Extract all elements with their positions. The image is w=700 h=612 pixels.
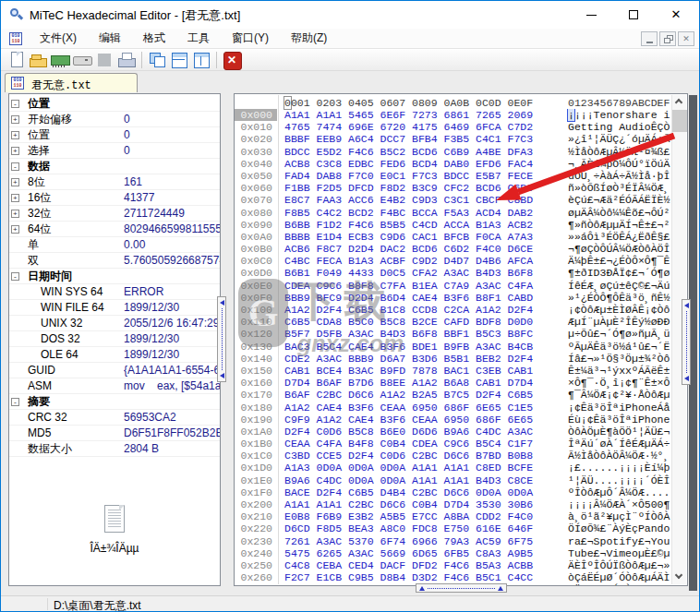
hex-row[interactable]: 0x1F0BACE D2F4 C6B5 D4B4 C2BC D6C6 0D0A … bbox=[235, 486, 671, 498]
hex-bytes[interactable]: B9A6 C4DC 0D0A 0D0A A1A1 A1A1 B4D3 C8CE bbox=[284, 474, 539, 486]
hex-row[interactable]: 0x1A0D2F4 C0D6 B5C8 B6E0 D6D6 B9A6 C4DC … bbox=[235, 426, 671, 438]
hex-bytes[interactable]: B6AF C2BC D6C6 A1A2 B2A5 B7C5 D2F4 C6B5 bbox=[284, 389, 539, 401]
hex-row[interactable]: 0x000A1A1 A1A1 5465 6E6F 7273 6861 7265 … bbox=[235, 109, 671, 121]
tile-vertical-icon[interactable] bbox=[190, 50, 212, 70]
property-row[interactable]: UNIX 322055/12/6 16:47:29 bbox=[9, 316, 220, 331]
hex-row[interactable]: 0x050FAD4 DAB8 F7C0 E0C1 F7C3 BDCC E5B7 … bbox=[235, 170, 671, 182]
hex-bytes[interactable]: A1A3 0D0A 0D0A 0D0A A1A1 A1A1 C8ED BCFE bbox=[284, 462, 539, 474]
collapse-box-icon[interactable]: - bbox=[11, 162, 19, 171]
property-row[interactable]: WIN SYS 64ERROR bbox=[9, 284, 220, 300]
hex-bytes[interactable]: A1A2 D2F4 C6B5 B1C8 CCD8 C2CA A1A2 D2F4 bbox=[284, 304, 539, 316]
hex-ascii[interactable]: »¹¿ÉÒÔ¶ÔÊä³ö¸ñÊ½ bbox=[568, 292, 670, 304]
hex-bytes[interactable]: 5475 6265 A3AC 5669 6D65 6FB5 C8A3 A9B5 bbox=[284, 547, 539, 559]
hex-ascii[interactable]: ÄÈÎºÎÔÚÏßÒôÆµ£¬» bbox=[568, 559, 670, 571]
hex-bytes[interactable]: F8B5 C4C2 BCD2 F4BC BCCA F5A3 ACD4 DAB2 bbox=[284, 207, 539, 219]
property-section-row[interactable]: -摘要 bbox=[9, 394, 220, 410]
open-memory-icon[interactable] bbox=[49, 50, 71, 70]
collapse-box-icon[interactable]: - bbox=[11, 398, 19, 406]
mdi-restore-button[interactable] bbox=[659, 31, 676, 46]
hex-ascii[interactable]: ñ»òÕßÍøÒ³ÉÏÂ¼ÖÆ¸ bbox=[568, 182, 670, 194]
hex-bytes[interactable]: B6B1 F049 4433 D0C5 CFA2 A3AC B4D3 B6F8 bbox=[284, 267, 539, 279]
document-binary-icon[interactable] bbox=[9, 32, 22, 45]
property-row[interactable]: OLE 641899/12/30 bbox=[9, 347, 220, 363]
hex-row[interactable]: 0x2307261 A3AC 5370 6F74 6966 79A3 AC59 … bbox=[235, 535, 671, 547]
scrollbar-thumb[interactable] bbox=[672, 110, 687, 132]
hex-ascii[interactable]: ¡¢Êä³öÎªiPhoneÁå bbox=[568, 402, 670, 414]
hex-ascii[interactable]: ¶±ðID3ÐÅÏ¢£¬´Ó¶ø bbox=[568, 267, 670, 279]
hex-ascii[interactable]: èÇú£¬Æä²ÉÓÃÁËÏÈ½ bbox=[568, 194, 670, 206]
right-splitter-grip[interactable] bbox=[682, 299, 691, 385]
hex-ascii[interactable]: òÇáËÉµØ´ÓÒôÆµÁÄÌ bbox=[568, 571, 670, 583]
hex-bytes[interactable]: BACE D2F4 C6B5 D4B4 C2BC D6C6 0D0A 0D0A bbox=[284, 486, 539, 498]
print-icon[interactable] bbox=[115, 50, 138, 70]
menu-item-5[interactable]: 帮助(Z) bbox=[280, 29, 338, 49]
property-row[interactable]: WIN FILE 641899/12/30 bbox=[9, 300, 220, 316]
hex-row[interactable]: 0x1B0CEAA C4FA B4F8 C0B4 CDEA C9C6 B5C4 … bbox=[235, 438, 671, 450]
hex-panel[interactable]: 0001 0203 0405 0607 0809 0A0B 0C0D 0E0F … bbox=[234, 93, 688, 586]
menu-item-0[interactable]: 文件(X) bbox=[29, 29, 88, 49]
menu-item-1[interactable]: 编辑 bbox=[88, 29, 132, 49]
property-row[interactable]: +选择0 bbox=[9, 143, 220, 159]
property-row[interactable]: +32位2711724449 bbox=[9, 206, 220, 222]
property-row[interactable]: GUID{A1A1A1A1-6554-6F6E-... bbox=[9, 363, 220, 378]
hex-row[interactable]: 0x0C0C4BC FECA B1A3 ACBF C9D2 D4D7 D4B6 … bbox=[235, 255, 671, 267]
hex-rows[interactable]: 0x000A1A1 A1A1 5465 6E6F 7273 6861 7265 … bbox=[235, 109, 671, 585]
hex-ascii[interactable]: Getting AudioÊÇÒ bbox=[568, 121, 670, 133]
hex-row[interactable]: 0x060F1BB F2D5 DFCD F8D2 B3C9 CFC2 BCD6 … bbox=[235, 182, 671, 194]
property-row[interactable]: +8位161 bbox=[9, 174, 220, 190]
hex-row[interactable]: 0x160D7D4 B6AF B7D6 B8EE A1A2 B6A8 CAB1 … bbox=[235, 377, 671, 389]
hex-bytes[interactable]: BBBF EEB9 A6C4 DCC7 BFB4 F3B5 C4C1 F7C3 bbox=[284, 133, 539, 145]
property-row[interactable]: +16位41377 bbox=[9, 190, 220, 206]
document-tab[interactable]: 君无意.txt bbox=[5, 73, 138, 92]
maximize-button[interactable] bbox=[612, 1, 655, 29]
property-row[interactable]: 单0.00 bbox=[9, 237, 220, 253]
hex-row[interactable]: 0x100A1A2 D2F4 C6B5 B1C8 CCD8 C2CA A1A2 … bbox=[235, 304, 671, 316]
property-row[interactable]: +开始偏移0 bbox=[9, 112, 220, 127]
hex-row[interactable]: 0x2405475 6265 A3AC 5669 6D65 6FB5 C8A3 … bbox=[235, 547, 671, 559]
hex-bytes[interactable]: B6BB F1D2 F4C6 B5B5 C4CD ACCA B1A3 ACB2 bbox=[284, 219, 539, 231]
hex-ascii[interactable]: ÎªÄú´øÀ´ÍêÉÆµÄÁ÷ bbox=[568, 438, 670, 450]
hex-bytes[interactable]: D2F4 C0D6 B5C8 B6E0 D6D6 B9A6 C4DC A3AC bbox=[284, 426, 539, 438]
hex-row[interactable]: 0x1E0B9A6 C4DC 0D0A 0D0A A1A1 A1A1 B4D3 … bbox=[235, 474, 671, 486]
hex-bytes[interactable]: F2C7 E1CB C9B5 D8B4 D3D2 F4C6 B5C1 C4CC bbox=[284, 571, 539, 583]
property-row[interactable]: +位置0 bbox=[9, 127, 220, 143]
hex-ascii[interactable]: ¡¢ÒôÆµ±ÈÌØÂÊ¡¢Òô bbox=[568, 304, 670, 316]
hex-row[interactable]: 0x1D0A1A3 0D0A 0D0A 0D0A A1A1 A1A1 C8ED … bbox=[235, 462, 671, 474]
hex-bytes[interactable]: BBB9 BFC9 D2D4 B6D4 CAE4 B3F6 B8F1 CABD bbox=[284, 292, 539, 304]
hex-bytes[interactable]: 4765 7474 696E 6720 4175 6469 6FCA C7D2 bbox=[284, 121, 539, 133]
hex-ascii[interactable]: ÖÍøÕ¾£¨ÀýÈçPando bbox=[568, 522, 670, 534]
hex-row[interactable]: 0x120B5F7 D5FB A3AC B4D3 B6F8 BBF1 B5C3 … bbox=[235, 328, 671, 340]
hex-row[interactable]: 0x110C6B5 CDA8 B5C0 B5C8 B2CE CAFD BDF8 … bbox=[235, 316, 671, 328]
hex-row[interactable]: 0x210E0B8 F6B9 E3B2 A5B5 E7CC A8BA CDD2 … bbox=[235, 510, 671, 522]
hex-row[interactable]: 0x220D6CD F8D5 BEA3 A8C0 FDC8 E750 616E … bbox=[235, 522, 671, 534]
hex-ascii[interactable]: ÍêÉÆ¸øÇú±êÇ©£¬Äú bbox=[568, 280, 670, 292]
collapse-box-icon[interactable]: - bbox=[11, 100, 19, 108]
hex-ascii[interactable]: ÒôÀÖµÈ¶àÖÖ¹¦ÄÜ£¬ bbox=[568, 426, 670, 438]
hex-row[interactable]: 0x180A1A2 CAE4 B3F6 CEAA 6950 686F 6E65 … bbox=[235, 402, 671, 414]
hex-ascii[interactable]: µ÷Õû£¬´Ó¶ø»ñµÃ¸ü bbox=[568, 328, 670, 340]
hex-ascii[interactable]: ×Ô¶¯·Ö¸î¡¢¶¨Ê±×Ô bbox=[568, 377, 670, 389]
hex-ascii[interactable]: »»áÔì³ÉÖÊÁ¿ËðÊ§£ bbox=[568, 231, 670, 243]
hex-ascii[interactable]: ºÎÒôÆµÔ´Â¼ÖÆ.... bbox=[568, 486, 670, 498]
hex-bytes[interactable]: C9F9 A1A2 CAE4 B3F6 CEAA 6950 686F 6E65 bbox=[284, 414, 539, 426]
hex-row[interactable]: 0x030BDCC E5D2 F4C6 B5C2 BCD6 C6B9 A4BE … bbox=[235, 146, 671, 158]
hex-row[interactable]: 0x1C0C3BD CCE5 D2F4 C0D6 C2BC D6C6 B7BD … bbox=[235, 450, 671, 462]
hex-bytes[interactable]: A1A1 A1A1 5465 6E6F 7273 6861 7265 2069 bbox=[284, 109, 539, 121]
scroll-up-icon[interactable] bbox=[672, 95, 687, 109]
hex-row[interactable]: 0x070E8C7 FAA3 ACC6 E4B2 C9D3 C3C1 CBCF … bbox=[235, 194, 671, 206]
expand-box-icon[interactable]: + bbox=[11, 115, 19, 124]
hex-row[interactable]: 0x250C4C8 CEBA CED4 DACF DFD2 F4C6 B5A3 … bbox=[235, 559, 671, 571]
hex-ascii[interactable]: Tube£¬VimeoµÈ£©µ bbox=[568, 547, 670, 559]
hex-ascii[interactable]: ¹¦ÄÜ....¡¡¡¡´ÓÈÎ bbox=[568, 474, 670, 486]
hex-ascii[interactable]: Éù¡¢Êä³öÎªiPhone bbox=[568, 414, 670, 426]
hex-ascii[interactable]: ¡¡¡¡Â¼ÖÆÀ´×Ô500¶ bbox=[568, 498, 670, 510]
menu-item-4[interactable]: 窗口(Y) bbox=[221, 29, 280, 49]
hex-bytes[interactable]: CDE2 A3AC BBB9 D6A7 B3D6 B5B1 BEB2 D2F4 bbox=[284, 353, 539, 365]
hex-ascii[interactable]: Ã½ÌåÒôÀÖÂ¼ÖÆ·½°¸ bbox=[568, 450, 670, 462]
hex-ascii[interactable]: ra£¬Spotify£¬You bbox=[568, 535, 670, 547]
hex-bytes[interactable]: BDCC E5D2 F4C6 B5C2 BCD6 C6B9 A4BE DFA3 bbox=[284, 146, 539, 158]
hex-bytes[interactable]: C6B5 CDA8 B5C0 B5C8 B2CE CAFD BDF8 D0D0 bbox=[284, 316, 539, 328]
hex-bytes[interactable]: F1BB F2D5 DFCD F8D2 B3C9 CFC2 BCD6 C6B8 bbox=[284, 182, 539, 194]
save-disabled-icon[interactable] bbox=[93, 50, 115, 70]
expand-box-icon[interactable]: + bbox=[11, 210, 19, 218]
